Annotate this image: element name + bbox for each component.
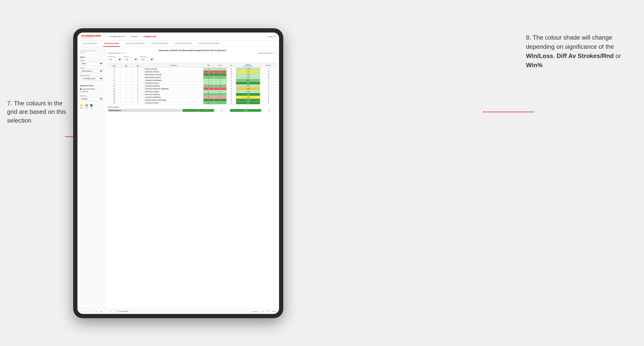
toolbar-clock[interactable]: ⏱ (109, 310, 112, 313)
cell-tie: 0 (227, 93, 236, 96)
cell-loss: 1 (214, 68, 227, 70)
nav-teams[interactable]: TEAMS (130, 35, 138, 38)
toolbar-redo[interactable]: ↪ (85, 310, 88, 313)
table-row: 10 - 5 University of Alabama 3 0 0 2.61 … (108, 85, 277, 87)
cell-rank: 10 (108, 85, 121, 87)
annotation-left-text: The colours in the grid are based on thi… (7, 100, 66, 124)
radio-opponents-played[interactable]: Opponents Played (80, 88, 103, 90)
cell-conf: 6 (132, 87, 144, 90)
th-loss: Loss (214, 63, 227, 68)
toolbar-copy[interactable]: ⊡ (95, 310, 98, 313)
toolbar-undo[interactable]: ↩ (80, 310, 83, 313)
toolbar-add[interactable]: ⊞ (100, 310, 103, 313)
toolbar-share[interactable]: Share (271, 310, 277, 313)
cell-tie: 0 (227, 76, 236, 79)
toolbar-back[interactable]: ↩ (90, 310, 93, 313)
cell-loss: 4 (214, 70, 227, 73)
cell-opponent: Texas Tech University (144, 93, 203, 96)
cell-rank: 12 (108, 90, 121, 93)
cell-win: 5 (203, 73, 214, 76)
ood-diff: 26.00 (230, 109, 261, 112)
up-dot (90, 104, 93, 107)
cell-rounds: 3 (260, 87, 277, 90)
conference-select[interactable]: (All) (108, 58, 122, 61)
cell-diff: 2.28 (236, 73, 260, 76)
annotation-bold-diffav: Diff Av Strokes/Rnd (557, 52, 614, 59)
cell-opponent: Florida State University (144, 76, 203, 79)
annotation-left-number: 7. (7, 100, 12, 107)
cell-rounds: 3 (260, 79, 277, 82)
cell-opponent: University of Florida (144, 102, 203, 104)
opponent-select[interactable]: (All) (140, 58, 154, 61)
cell-opponent: University of Arizona (144, 82, 203, 85)
cell-conf: 5 (132, 85, 144, 87)
cell-reg: - (121, 82, 132, 85)
cell-win: 1 (203, 82, 214, 85)
sub-nav-team-h2h-grid[interactable]: TEAM H2H GRID (103, 41, 120, 47)
up-label: Up (91, 107, 92, 109)
nav-committee[interactable]: COMMITTEE (144, 35, 156, 38)
toolbar-view[interactable]: 📋 View: Original (116, 310, 128, 312)
cell-conf: 6 (132, 96, 144, 99)
cell-loss: 0 (214, 85, 227, 87)
overall-record: Overall Record: 89 - 17 - 0 (108, 52, 126, 54)
cell-tie: 0 (227, 73, 236, 76)
toolbar-right: Watch ▾ 💬 ⊞ Share (252, 310, 277, 313)
cell-loss: 0 (214, 79, 227, 82)
sub-nav-player-h2h-grid[interactable]: PLAYER H2H GRID (174, 41, 193, 47)
toolbar-comment[interactable]: 💬 (260, 310, 264, 313)
sidebar: Last Updated: 27/03/2024 16:55:38 Team G… (78, 47, 106, 309)
sidebar-colour-by-select[interactable]: Win/loss (80, 97, 103, 101)
annotation-left: 7. The colours in the grid are based on … (7, 99, 68, 125)
cell-diff: -4.33 (236, 87, 260, 90)
sub-nav-player-summary[interactable]: PLAYER SUMMARY (150, 41, 170, 47)
cell-reg: - (121, 102, 132, 104)
sub-nav-team-h2h-heatmap[interactable]: TEAM H2H HEATMAP (125, 41, 146, 47)
cell-tie: 0 (227, 99, 236, 102)
colour-legend: Down Level Up (80, 104, 103, 109)
toolbar-watch[interactable]: Watch ▾ (252, 310, 259, 313)
grid-title: University of North Carolina Head-to-Hea… (108, 49, 277, 52)
radio-top100[interactable]: Top 100 (80, 91, 103, 93)
cell-opponent: University of Alabama (144, 85, 203, 87)
ood-row: NCAA Division II 1 0 0 26.00 3 (108, 109, 277, 112)
division-record: Division Record: 88 - 17 - 0 (258, 52, 277, 54)
main-content: Last Updated: 27/03/2024 16:55:38 Team G… (78, 47, 279, 309)
logo-sub: Powered by clippd (81, 37, 101, 39)
out-of-division: Out of division NCAA Division II 1 0 0 2… (108, 106, 277, 112)
annotation-right-number: 8. (526, 34, 531, 41)
cell-loss: 1 (214, 87, 227, 90)
table-row: 13 - 1 Texas Tech University 3 0 0 5.56 … (108, 93, 277, 96)
sidebar-school-select[interactable]: 1. University of Nort... (80, 77, 103, 80)
cell-rounds: 9 (260, 68, 277, 70)
cell-loss: 1 (214, 73, 227, 76)
toolbar-grid-icon[interactable]: ⊞ (266, 310, 269, 313)
ood-tie: 0 (214, 109, 230, 112)
th-win: Win (203, 63, 214, 68)
region-select[interactable]: (All) (124, 58, 138, 61)
down-label: Down (80, 107, 83, 109)
cell-tie: 0 (227, 68, 236, 70)
nav-sign-out[interactable]: | Sign out (267, 36, 275, 38)
down-dot (80, 104, 83, 107)
sub-nav-player-h2h-heatmap[interactable]: PLAYER H2H HEATMAP (198, 41, 220, 47)
sidebar-division-select[interactable]: NCAA Division I (80, 69, 103, 73)
th-rank: #Rank (108, 63, 121, 68)
sub-nav-team-summary[interactable]: TEAM SUMMARY (81, 41, 98, 47)
th-conf: #Conf (132, 63, 144, 68)
cell-opponent: University of Arkansas, Fayetteville (144, 87, 203, 90)
sidebar-gender-select[interactable]: Men's (80, 62, 103, 65)
table-row: 2 - 1 Auburn University 2 1 0 1.67 9 (108, 68, 277, 70)
cell-win: 4 (203, 76, 214, 79)
cell-win: 0 (203, 96, 214, 99)
cell-loss: 2 (214, 76, 227, 79)
filter-region: Region (All) (124, 56, 138, 61)
table-row: 6 - 2 Florida State University 4 2 0 1.8… (108, 76, 277, 79)
cell-reg: - (121, 90, 132, 93)
cell-reg: - (121, 73, 132, 76)
cell-rank: 8 (108, 79, 121, 82)
cell-rounds: 8 (260, 70, 277, 73)
nav-tournaments[interactable]: TOURNAMENTS (108, 35, 125, 38)
cell-conf: 3 (132, 90, 144, 93)
cell-diff: 1.83 (236, 76, 260, 79)
